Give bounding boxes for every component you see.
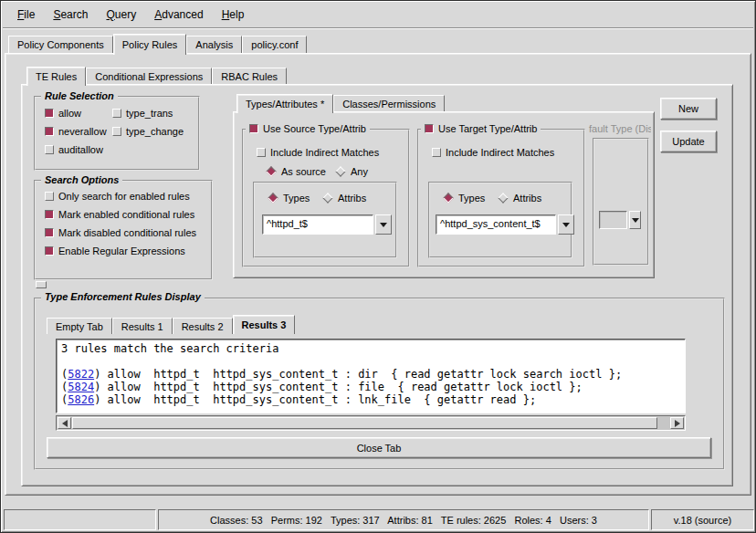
radio-source-attribs[interactable]: Attribs xyxy=(322,192,366,204)
status-version: v.18 (source) xyxy=(674,515,731,526)
menu-query[interactable]: Query xyxy=(97,5,145,25)
app-window: File Search Query Advanced Help Policy C… xyxy=(0,0,756,533)
rule-line: (5826) allow httpd_t httpd_sys_content_t… xyxy=(61,393,680,406)
tab-conditional-expressions[interactable]: Conditional Expressions xyxy=(86,68,212,84)
chevron-down-icon xyxy=(380,223,387,227)
checkbox-indicator xyxy=(425,124,434,133)
combo-value[interactable]: ^httpd_sys_content_t$ xyxy=(436,214,556,235)
checkbox-type-change[interactable]: type_change xyxy=(112,125,184,138)
combo-dropdown-button[interactable] xyxy=(558,214,574,235)
scroll-right-button[interactable] xyxy=(670,417,684,429)
chevron-down-icon xyxy=(562,223,570,227)
checkbox-mark-disabled-conditional[interactable]: Mark disabled conditional rules xyxy=(45,226,196,239)
tab-policy-conf[interactable]: policy.conf xyxy=(242,36,307,53)
combo-dropdown-button[interactable] xyxy=(375,214,392,235)
main-tabrow: Policy Components Policy Rules Analysis … xyxy=(8,34,307,53)
update-button[interactable]: Update xyxy=(660,131,717,152)
checkbox-indicator xyxy=(45,192,54,201)
checkbox-indicator xyxy=(45,228,54,237)
rule-link[interactable]: 5824 xyxy=(68,381,94,393)
rule-link[interactable]: 5826 xyxy=(68,393,94,406)
checkbox-label: auditallow xyxy=(58,144,103,155)
tab-results-2[interactable]: Results 2 xyxy=(173,318,233,334)
checkbox-indicator xyxy=(112,127,121,136)
menu-help[interactable]: Help xyxy=(213,5,254,25)
scrollbar-track[interactable] xyxy=(72,417,669,429)
checkbox-indicator xyxy=(45,127,54,136)
radio-target-attribs[interactable]: Attribs xyxy=(498,192,541,204)
checkbox-auditallow[interactable]: auditallow xyxy=(45,143,103,156)
target-type-combo[interactable]: ^httpd_sys_content_t$ xyxy=(436,214,574,235)
checkbox-neverallow[interactable]: neverallow xyxy=(45,125,107,138)
checkbox-indicator xyxy=(249,124,258,133)
scroll-left-button[interactable] xyxy=(58,417,71,429)
results-summary: 3 rules match the search criteria xyxy=(61,342,680,355)
checkbox-indicator xyxy=(45,210,54,219)
tab-types-attributes[interactable]: Types/Attributes * xyxy=(236,94,333,113)
combo-value[interactable]: ^httpd_t$ xyxy=(262,214,373,235)
checkbox-target-indirect[interactable]: Include Indirect Matches xyxy=(432,146,554,159)
radio-indicator xyxy=(322,193,332,203)
menu-advanced[interactable]: Advanced xyxy=(145,5,212,25)
results-text[interactable]: 3 rules match the search criteria (5822)… xyxy=(56,339,686,413)
checkbox-indicator xyxy=(432,148,441,157)
tab-analysis[interactable]: Analysis xyxy=(186,36,242,53)
radio-label: Attribs xyxy=(338,193,366,204)
rule-tabrow: TE Rules Conditional Expressions RBAC Ru… xyxy=(26,66,287,84)
checkbox-label: type_trans xyxy=(126,108,173,119)
tab-results-3[interactable]: Results 3 xyxy=(233,315,296,334)
checkbox-source-indirect[interactable]: Include Indirect Matches xyxy=(257,146,379,159)
checkbox-type-trans[interactable]: type_trans xyxy=(112,107,173,120)
tab-rbac-rules[interactable]: RBAC Rules xyxy=(212,68,287,84)
radio-source-types[interactable]: Types xyxy=(268,192,310,204)
checkbox-indicator xyxy=(112,109,121,118)
checkbox-enabled-rules-only[interactable]: Only search for enabled rules xyxy=(45,190,190,203)
checkbox-use-source-type[interactable]: Use Source Type/Attrib xyxy=(246,122,370,135)
rule-text: ) allow httpd_t httpd_sys_content_t : di… xyxy=(94,368,622,381)
radio-label: Attribs xyxy=(513,193,541,204)
radio-label: Any xyxy=(351,166,368,177)
radio-any[interactable]: Any xyxy=(335,165,368,178)
rule-link[interactable]: 5822 xyxy=(68,368,94,381)
results-tabrow: Empty Tab Results 1 Results 2 Results 3 xyxy=(47,315,295,334)
close-tab-button[interactable]: Close Tab xyxy=(47,437,711,458)
status-cell-left xyxy=(4,509,156,530)
te-rules-display-title: Type Enforcement Rules Display xyxy=(41,291,205,302)
menu-search[interactable]: Search xyxy=(44,5,97,25)
pane-sash-handle[interactable] xyxy=(36,281,47,288)
rule-text: ) allow httpd_t httpd_sys_content_t : fi… xyxy=(94,381,583,393)
checkbox-indicator xyxy=(45,246,54,256)
checkbox-label: Mark enabled conditional rules xyxy=(58,209,194,220)
radio-indicator xyxy=(443,193,453,203)
menu-file[interactable]: File xyxy=(8,5,44,25)
checkbox-label: Use Target Type/Attrib xyxy=(438,123,537,134)
tab-te-rules[interactable]: TE Rules xyxy=(26,67,86,86)
tab-policy-components[interactable]: Policy Components xyxy=(8,36,113,53)
radio-label: As source xyxy=(281,166,326,177)
checkbox-allow[interactable]: allow xyxy=(45,107,81,120)
tab-empty[interactable]: Empty Tab xyxy=(47,318,112,334)
checkbox-use-target-type[interactable]: Use Target Type/Attrib xyxy=(421,122,541,135)
tab-classes-permissions[interactable]: Classes/Permissions xyxy=(333,95,445,111)
default-type-group xyxy=(593,138,649,266)
horizontal-scrollbar[interactable] xyxy=(56,415,686,431)
checkbox-label: Enable Regular Expressions xyxy=(58,246,185,256)
scrollbar-thumb[interactable] xyxy=(72,417,657,429)
radio-target-types[interactable]: Types xyxy=(443,192,485,204)
default-type-combo xyxy=(599,211,641,229)
menubar: File Search Query Advanced Help xyxy=(3,3,753,26)
checkbox-label: Include Indirect Matches xyxy=(270,147,379,158)
combo-value xyxy=(599,211,627,229)
source-type-combo[interactable]: ^httpd_t$ xyxy=(262,214,392,235)
combo-dropdown-button xyxy=(629,211,641,229)
chevron-down-icon xyxy=(632,218,639,223)
tab-results-1[interactable]: Results 1 xyxy=(112,318,173,334)
new-button[interactable]: New xyxy=(660,98,717,120)
status-cell-version: v.18 (source) xyxy=(651,509,754,530)
arrow-left-icon xyxy=(62,420,68,427)
checkbox-label: Mark disabled conditional rules xyxy=(58,227,196,238)
radio-as-source[interactable]: As source xyxy=(266,165,326,178)
tab-policy-rules[interactable]: Policy Rules xyxy=(113,34,187,55)
checkbox-mark-enabled-conditional[interactable]: Mark enabled conditional rules xyxy=(45,208,194,221)
checkbox-enable-regex[interactable]: Enable Regular Expressions xyxy=(45,245,185,257)
